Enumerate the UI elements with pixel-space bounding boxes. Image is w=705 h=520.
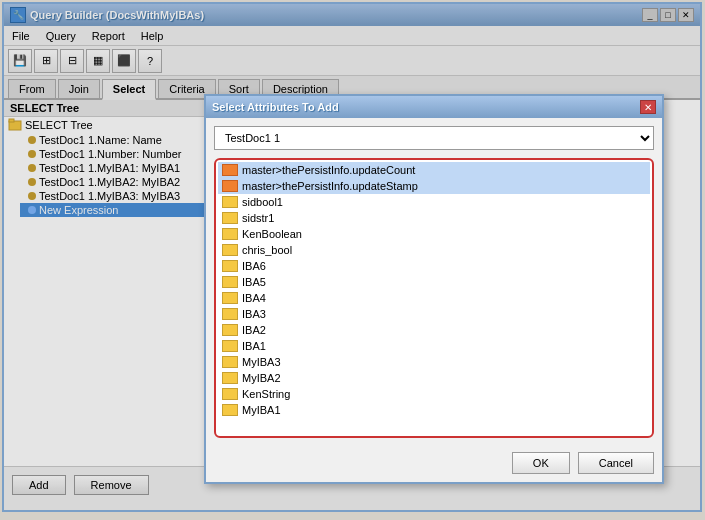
list-item-1[interactable]: master>thePersistInfo.updateStamp xyxy=(218,178,650,194)
list-item-label-5: chris_bool xyxy=(242,244,292,256)
list-item-label-15: MyIBA1 xyxy=(242,404,281,416)
folder-icon-13 xyxy=(222,372,238,384)
modal-dropdown-row: TestDoc1 1 xyxy=(214,126,654,150)
list-item-label-0: master>thePersistInfo.updateCount xyxy=(242,164,415,176)
list-item-15[interactable]: MyIBA1 xyxy=(218,402,650,418)
folder-icon-9 xyxy=(222,308,238,320)
list-item-label-11: IBA1 xyxy=(242,340,266,352)
list-item-label-8: IBA4 xyxy=(242,292,266,304)
table-select-dropdown[interactable]: TestDoc1 1 xyxy=(214,126,654,150)
folder-icon-3 xyxy=(222,212,238,224)
list-item-label-6: IBA6 xyxy=(242,260,266,272)
folder-icon-2 xyxy=(222,196,238,208)
modal-body: TestDoc1 1 master>thePersistInfo.updateC… xyxy=(206,118,662,446)
list-item-11[interactable]: IBA1 xyxy=(218,338,650,354)
main-window: 🔧 Query Builder (DocsWithMyIBAs) _ □ ✕ F… xyxy=(2,2,702,512)
list-item-label-3: sidstr1 xyxy=(242,212,274,224)
list-item-4[interactable]: KenBoolean xyxy=(218,226,650,242)
folder-icon-11 xyxy=(222,340,238,352)
folder-icon-4 xyxy=(222,228,238,240)
cancel-button[interactable]: Cancel xyxy=(578,452,654,474)
folder-icon-14 xyxy=(222,388,238,400)
select-attributes-dialog: Select Attributes To Add ✕ TestDoc1 1 ma… xyxy=(204,94,664,484)
list-item-7[interactable]: IBA5 xyxy=(218,274,650,290)
list-item-2[interactable]: sidbool1 xyxy=(218,194,650,210)
list-item-0[interactable]: master>thePersistInfo.updateCount xyxy=(218,162,650,178)
ok-button[interactable]: OK xyxy=(512,452,570,474)
modal-title: Select Attributes To Add xyxy=(212,101,339,113)
list-item-14[interactable]: KenString xyxy=(218,386,650,402)
folder-icon-12 xyxy=(222,356,238,368)
list-item-12[interactable]: MyIBA3 xyxy=(218,354,650,370)
folder-icon-7 xyxy=(222,276,238,288)
folder-icon-0 xyxy=(222,164,238,176)
list-item-label-7: IBA5 xyxy=(242,276,266,288)
list-item-label-10: IBA2 xyxy=(242,324,266,336)
list-item-9[interactable]: IBA3 xyxy=(218,306,650,322)
list-item-label-13: MyIBA2 xyxy=(242,372,281,384)
modal-overlay: Select Attributes To Add ✕ TestDoc1 1 ma… xyxy=(4,4,700,510)
list-item-label-14: KenString xyxy=(242,388,290,400)
list-item-label-12: MyIBA3 xyxy=(242,356,281,368)
modal-footer: OK Cancel xyxy=(206,446,662,482)
modal-close-button[interactable]: ✕ xyxy=(640,100,656,114)
list-item-label-1: master>thePersistInfo.updateStamp xyxy=(242,180,418,192)
list-item-10[interactable]: IBA2 xyxy=(218,322,650,338)
folder-icon-15 xyxy=(222,404,238,416)
modal-title-bar: Select Attributes To Add ✕ xyxy=(206,96,662,118)
list-item-5[interactable]: chris_bool xyxy=(218,242,650,258)
folder-icon-5 xyxy=(222,244,238,256)
list-item-6[interactable]: IBA6 xyxy=(218,258,650,274)
list-item-label-4: KenBoolean xyxy=(242,228,302,240)
list-item-8[interactable]: IBA4 xyxy=(218,290,650,306)
folder-icon-10 xyxy=(222,324,238,336)
list-item-label-2: sidbool1 xyxy=(242,196,283,208)
folder-icon-6 xyxy=(222,260,238,272)
list-item-3[interactable]: sidstr1 xyxy=(218,210,650,226)
list-item-label-9: IBA3 xyxy=(242,308,266,320)
list-item-13[interactable]: MyIBA2 xyxy=(218,370,650,386)
folder-icon-1 xyxy=(222,180,238,192)
folder-icon-8 xyxy=(222,292,238,304)
attributes-list[interactable]: master>thePersistInfo.updateCount master… xyxy=(214,158,654,438)
